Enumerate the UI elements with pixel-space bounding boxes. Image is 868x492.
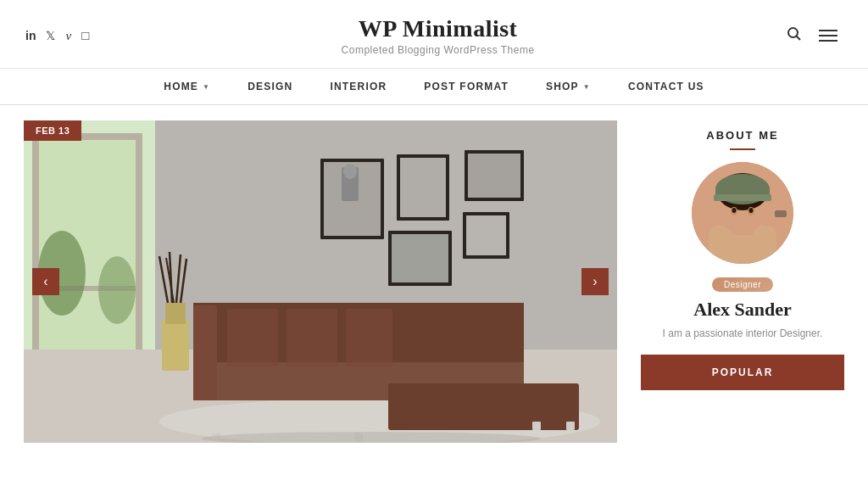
- about-widget: ABOUT ME: [641, 120, 844, 390]
- vimeo-icon[interactable]: v: [65, 29, 71, 43]
- svg-rect-29: [468, 154, 520, 198]
- designer-badge: Designer: [712, 277, 773, 292]
- menu-line: [819, 35, 837, 36]
- svg-rect-53: [714, 194, 771, 201]
- svg-point-11: [98, 256, 136, 324]
- twitter-icon[interactable]: 𝕏: [46, 29, 55, 42]
- popular-button[interactable]: POPULAR: [641, 355, 844, 390]
- hamburger-menu-button[interactable]: [814, 26, 843, 45]
- author-name: Alex Sander: [641, 299, 844, 321]
- svg-point-25: [343, 164, 357, 179]
- svg-rect-33: [392, 234, 448, 282]
- nav-list: HOME ▼ DESIGN INTERIOR POST FORMAT SHOP …: [145, 81, 722, 92]
- svg-point-57: [749, 208, 754, 213]
- svg-rect-16: [165, 303, 186, 324]
- svg-line-1: [797, 36, 801, 40]
- about-title: ABOUT ME: [641, 129, 844, 142]
- slider-image: [24, 120, 617, 443]
- svg-rect-15: [162, 320, 189, 371]
- author-bio: I am a passionate interior Designer.: [641, 326, 844, 341]
- slider-next-button[interactable]: ›: [581, 268, 609, 295]
- nav-item-post-format[interactable]: POST FORMAT: [405, 81, 527, 92]
- sidebar: ABOUT ME: [641, 120, 844, 443]
- svg-rect-36: [193, 305, 217, 400]
- hero-slider: FEB 13: [24, 120, 617, 443]
- svg-rect-37: [388, 383, 579, 430]
- social-icons: in 𝕏 v □: [25, 29, 89, 43]
- header-tools: [787, 26, 843, 46]
- nav-item-interior[interactable]: INTERIOR: [311, 81, 405, 92]
- svg-point-0: [788, 28, 798, 37]
- linkedin-icon[interactable]: in: [25, 29, 36, 42]
- nav-item-contact[interactable]: CONTACT US: [609, 81, 723, 92]
- svg-rect-44: [566, 422, 575, 430]
- date-badge: FEB 13: [24, 120, 81, 141]
- chevron-down-icon: ▼: [203, 83, 210, 91]
- site-nav: HOME ▼ DESIGN INTERIOR POST FORMAT SHOP …: [0, 69, 868, 105]
- site-branding: WP Minimalist Completed Blogging WordPre…: [89, 15, 787, 56]
- svg-point-56: [732, 208, 737, 213]
- chevron-down-icon: ▼: [583, 83, 591, 91]
- avatar: [692, 162, 793, 264]
- slider-prev-button[interactable]: ‹: [32, 268, 59, 295]
- svg-point-58: [773, 192, 787, 204]
- instagram-icon[interactable]: □: [81, 29, 89, 43]
- svg-rect-40: [346, 309, 392, 366]
- site-title: WP Minimalist: [89, 15, 787, 42]
- site-description: Completed Blogging WordPress Theme: [89, 44, 787, 56]
- svg-rect-43: [532, 422, 541, 430]
- nav-item-home[interactable]: HOME ▼: [145, 81, 229, 92]
- svg-rect-59: [775, 210, 787, 217]
- svg-rect-31: [466, 215, 506, 255]
- svg-rect-27: [400, 158, 446, 217]
- menu-line: [819, 40, 837, 42]
- site-header: in 𝕏 v □ WP Minimalist Completed Bloggin…: [0, 0, 868, 69]
- about-divider: [730, 148, 755, 150]
- nav-item-shop[interactable]: SHOP ▼: [527, 81, 609, 92]
- nav-item-design[interactable]: DESIGN: [229, 81, 311, 92]
- svg-rect-38: [227, 309, 278, 366]
- menu-line: [819, 30, 837, 31]
- search-button[interactable]: [787, 26, 802, 46]
- main-container: FEB 13: [0, 105, 868, 443]
- svg-rect-39: [287, 309, 337, 366]
